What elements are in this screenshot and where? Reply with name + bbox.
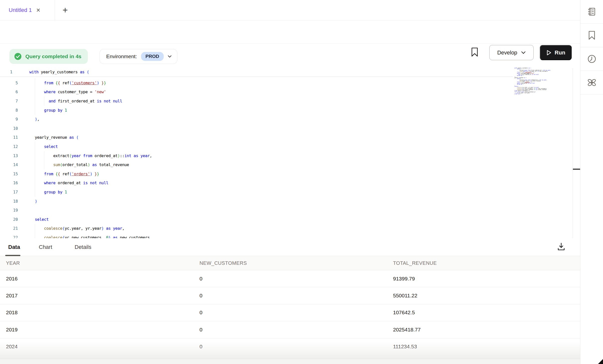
line-number[interactable]: 10 (0, 126, 18, 131)
sidebar-item-explore[interactable] (580, 71, 603, 94)
line-number[interactable]: 22 (0, 235, 18, 238)
ide-window: Untitled 1 × + Develop Run Query complet… (0, 0, 603, 364)
line-number[interactable]: 19 (0, 208, 18, 213)
tab-data[interactable]: Data (8, 238, 20, 256)
window-resize-grip[interactable] (598, 359, 603, 364)
code-line[interactable]: 16 where ordered_at is not null (0, 179, 573, 188)
tab-untitled-1[interactable]: Untitled 1 × (9, 0, 40, 20)
sticky-line-number[interactable]: 1 (0, 70, 12, 74)
table-cell[interactable]: 2019 (6, 321, 18, 338)
sticky-line-code[interactable]: with yearly_customers as ( (29, 70, 89, 74)
sticky-line[interactable]: 1 with yearly_customers as ( (0, 68, 513, 77)
line-number[interactable]: 12 (0, 144, 18, 149)
code-line[interactable]: 9), (0, 115, 573, 124)
table-cell[interactable]: 107642.5 (393, 304, 415, 321)
results-panel: Data Chart Details YEAR NEW_CUSTOMERS TO… (0, 238, 580, 364)
code-line[interactable]: 22 coalesce(yc.new_customers, 0) as new_… (0, 233, 573, 238)
line-number[interactable]: 8 (0, 108, 18, 113)
close-icon[interactable]: × (36, 7, 40, 14)
column-header-total-revenue[interactable]: TOTAL_REVENUE (393, 256, 437, 270)
table-row[interactable]: 20240111234.53 (0, 338, 580, 355)
table-cell[interactable]: 0 (200, 287, 202, 304)
code-line[interactable]: 18) (0, 197, 573, 206)
sql-editor[interactable]: 1 with yearly_customers as ( 5 from {{ r… (0, 67, 580, 238)
code-line[interactable]: 14 sum(order_total) as total_revenue (0, 160, 573, 169)
bookmark-icon (471, 47, 478, 57)
code-line[interactable]: 13 extract(year from ordered_at)::int as… (0, 151, 573, 160)
tab-chart[interactable]: Chart (39, 238, 52, 256)
code-line[interactable]: 12 select (0, 142, 573, 151)
environment-label: Environment: (106, 53, 137, 59)
line-number[interactable]: 5 (0, 81, 18, 85)
horizontal-scrollbar-track[interactable] (0, 359, 580, 364)
query-status-text: Query completed in 4s (25, 53, 81, 59)
table-row[interactable]: 20170550011.22 (0, 287, 580, 304)
line-number[interactable]: 16 (0, 181, 18, 185)
code-line[interactable]: 6 where customer_type = 'new' (0, 88, 573, 97)
line-number[interactable]: 11 (0, 135, 18, 140)
bookmark-icon (588, 31, 596, 40)
tab-details[interactable]: Details (75, 238, 91, 256)
table-cell[interactable]: 0 (200, 321, 202, 338)
chevron-down-icon (168, 55, 172, 58)
table-cell[interactable]: 2016 (6, 270, 18, 287)
develop-button[interactable]: Develop (489, 45, 534, 60)
code-line[interactable]: 11yearly_revenue as ( (0, 133, 573, 142)
results-tab-bar: Data Chart Details (0, 238, 580, 256)
tab-divider (55, 0, 55, 20)
column-header-year[interactable]: YEAR (6, 256, 20, 270)
new-tab-button[interactable]: + (59, 0, 72, 20)
tab-label: Untitled 1 (9, 7, 32, 13)
table-row[interactable]: 20180107642.5 (0, 304, 580, 321)
tab-bar: Untitled 1 × + (0, 0, 580, 20)
bookmark-button[interactable] (469, 46, 481, 58)
line-number[interactable]: 9 (0, 117, 18, 122)
line-number[interactable]: 15 (0, 172, 18, 176)
line-number[interactable]: 7 (0, 99, 18, 103)
table-cell[interactable]: 0 (200, 304, 202, 321)
clock-icon (587, 54, 597, 64)
right-sidebar (580, 0, 603, 364)
table-row[interactable]: 201902025418.77 (0, 321, 580, 338)
code-line[interactable]: 5 from {{ ref('customers') }} (0, 78, 573, 88)
table-cell[interactable]: 2025418.77 (393, 321, 421, 338)
table-cell[interactable]: 91399.79 (393, 270, 415, 287)
sidebar-item-history[interactable] (580, 47, 603, 71)
line-number[interactable]: 18 (0, 199, 18, 204)
environment-selector[interactable]: Environment: PROD (100, 49, 177, 64)
line-number[interactable]: 6 (0, 90, 18, 94)
line-number[interactable]: 17 (0, 190, 18, 194)
query-status-badge: Query completed in 4s (9, 49, 88, 64)
table-cell[interactable]: 550011.22 (393, 287, 417, 304)
code-line[interactable]: 15 from {{ ref('orders') }} (0, 169, 573, 179)
pane-resize-handle[interactable] (573, 169, 580, 170)
code-line[interactable]: 8 group by 1 (0, 106, 573, 115)
code-line[interactable]: 20select (0, 215, 573, 224)
table-cell[interactable]: 2017 (6, 287, 18, 304)
code-line[interactable]: 21 coalesce(yc.year, yr.year) as year, (0, 224, 573, 233)
sidebar-item-notebook[interactable] (580, 0, 603, 24)
table-cell[interactable]: 2018 (6, 304, 18, 321)
table-row[interactable]: 2016091399.79 (0, 270, 580, 287)
sidebar-item-bookmarks[interactable] (580, 24, 603, 47)
check-circle-icon (14, 52, 22, 60)
code-line[interactable]: 17 group by 1 (0, 187, 573, 197)
table-cell[interactable]: 0 (200, 270, 202, 287)
editor-lines[interactable]: 5 from {{ ref('customers') }}6 where cus… (0, 78, 573, 238)
column-header-new-customers[interactable]: NEW_CUSTOMERS (200, 256, 247, 270)
table-cell[interactable]: 111234.53 (393, 338, 417, 355)
table-cell[interactable]: 0 (200, 338, 202, 355)
download-button[interactable] (555, 240, 568, 254)
explore-icon (587, 78, 597, 88)
results-table-body: 2016091399.7920170550011.2220180107642.5… (0, 270, 580, 356)
line-number[interactable]: 21 (0, 226, 18, 231)
code-line[interactable]: 7 and first_ordered_at is not null (0, 96, 573, 106)
code-line[interactable]: 19 (0, 206, 573, 215)
line-number[interactable]: 14 (0, 162, 18, 167)
run-button[interactable]: Run (540, 45, 572, 60)
line-number[interactable]: 13 (0, 153, 18, 158)
results-table-header: YEAR NEW_CUSTOMERS TOTAL_REVENUE (0, 256, 580, 270)
line-number[interactable]: 20 (0, 217, 18, 222)
table-cell[interactable]: 2024 (6, 338, 18, 355)
code-line[interactable]: 10 (0, 124, 573, 133)
